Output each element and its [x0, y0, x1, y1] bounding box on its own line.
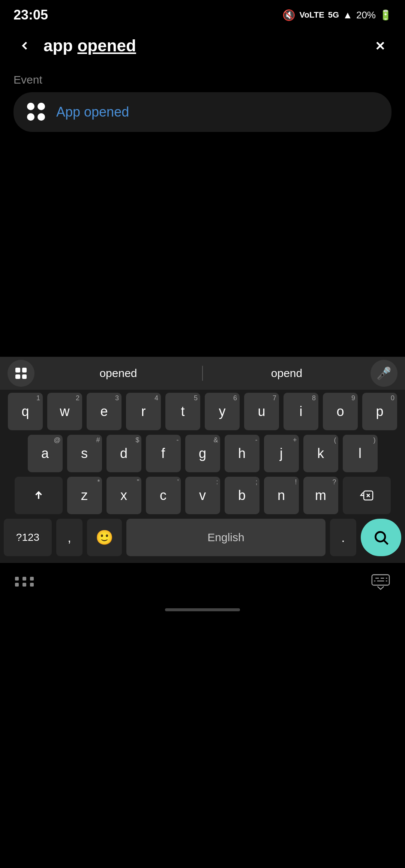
status-icons: 🔇 VoLTE 5G ▲ 20% 🔋	[282, 9, 392, 21]
battery-level: 20%	[356, 9, 376, 21]
event-result-item[interactable]: App opened	[14, 92, 392, 132]
mic-icon: 🎤	[376, 366, 392, 380]
keyboard-row-2: @a #s $d -f &g -h +j (k )l	[4, 435, 401, 472]
svg-point-6	[375, 532, 385, 542]
keyboard-row-3: *z "x 'c :v ;b !n ?m	[4, 477, 401, 514]
emoji-key[interactable]: 🙂	[87, 519, 122, 556]
event-label: Event	[14, 73, 392, 86]
event-result-text: App opened	[56, 104, 129, 120]
search-icon	[373, 529, 389, 546]
key-b[interactable]: ;b	[225, 477, 260, 514]
backspace-icon	[359, 489, 374, 501]
comma-key[interactable]: ,	[56, 519, 82, 556]
key-r[interactable]: 4r	[126, 393, 161, 430]
apps-icon	[27, 103, 46, 121]
key-t[interactable]: 5t	[165, 393, 200, 430]
key-e[interactable]: 3e	[87, 393, 122, 430]
event-section: Event App opened	[0, 64, 405, 132]
space-key[interactable]: English	[126, 519, 326, 556]
search-query[interactable]: app opened	[44, 36, 362, 56]
shift-key[interactable]	[15, 477, 63, 514]
backspace-key[interactable]	[343, 477, 391, 514]
key-q[interactable]: 1q	[8, 393, 43, 430]
bottom-bar	[0, 563, 405, 600]
key-c[interactable]: 'c	[146, 477, 181, 514]
key-j[interactable]: +j	[264, 435, 299, 472]
keyboard-row-4: ?123 , 🙂 English .	[4, 519, 401, 556]
key-v[interactable]: :v	[185, 477, 220, 514]
suggestions-container: opened opend	[34, 363, 370, 383]
num-switch-label: ?123	[16, 531, 39, 543]
battery-icon: 🔋	[380, 9, 392, 21]
nav-dots[interactable]	[15, 577, 35, 587]
status-bar: 23:05 🔇 VoLTE 5G ▲ 20% 🔋	[0, 0, 405, 27]
search-key[interactable]	[361, 519, 401, 556]
back-icon	[18, 39, 32, 52]
key-k[interactable]: (k	[303, 435, 338, 472]
period-key[interactable]: .	[330, 519, 356, 556]
key-s[interactable]: #s	[67, 435, 102, 472]
back-button[interactable]	[14, 34, 36, 57]
key-x[interactable]: "x	[106, 477, 141, 514]
key-d[interactable]: $d	[106, 435, 141, 472]
key-n[interactable]: !n	[264, 477, 299, 514]
num-switch-key[interactable]: ?123	[4, 519, 52, 556]
svg-rect-8	[372, 575, 389, 585]
key-h[interactable]: -h	[225, 435, 260, 472]
close-icon	[374, 39, 387, 52]
keyboard-hide-button[interactable]	[371, 574, 390, 589]
5g-icon: 5G	[328, 10, 339, 20]
key-g[interactable]: &g	[185, 435, 220, 472]
key-u[interactable]: 7u	[244, 393, 279, 430]
keyboard: 1q 2w 3e 4r 5t 6y 7u 8i 9o 0p @a #s $d -…	[0, 390, 405, 563]
empty-area	[0, 132, 405, 357]
status-time: 23:05	[14, 7, 48, 23]
key-o[interactable]: 9o	[323, 393, 358, 430]
search-prefix: app	[44, 36, 77, 55]
home-indicator	[0, 600, 405, 619]
home-bar	[165, 608, 240, 611]
key-y[interactable]: 6y	[205, 393, 240, 430]
suggestion-opened[interactable]: opened	[34, 363, 202, 383]
signal-icon: ▲	[343, 9, 352, 21]
mic-button[interactable]: 🎤	[370, 360, 398, 387]
key-f[interactable]: -f	[146, 435, 181, 472]
suggestion-opend[interactable]: opend	[203, 363, 370, 383]
emoji-icon: 🙂	[96, 529, 113, 546]
key-p[interactable]: 0p	[362, 393, 397, 430]
keyboard-hide-icon	[371, 573, 390, 590]
keyboard-grid-icon	[15, 368, 27, 379]
space-label: English	[207, 531, 244, 544]
key-m[interactable]: ?m	[303, 477, 338, 514]
keyboard-suggestions-bar: opened opend 🎤	[0, 357, 405, 390]
keyboard-row-1: 1q 2w 3e 4r 5t 6y 7u 8i 9o 0p	[4, 393, 401, 430]
volte-icon: VoLTE	[299, 10, 324, 20]
key-l[interactable]: )l	[343, 435, 378, 472]
key-i[interactable]: 8i	[284, 393, 318, 430]
key-z[interactable]: *z	[67, 477, 102, 514]
shift-icon	[32, 489, 45, 502]
svg-line-7	[384, 540, 388, 544]
dots-grid	[15, 577, 35, 587]
key-w[interactable]: 2w	[47, 393, 82, 430]
key-a[interactable]: @a	[28, 435, 63, 472]
search-underlined: opened	[77, 36, 136, 55]
close-button[interactable]	[369, 34, 392, 57]
mute-icon: 🔇	[282, 9, 296, 21]
search-header: app opened	[0, 27, 405, 64]
keyboard-grid-button[interactable]	[8, 360, 34, 387]
